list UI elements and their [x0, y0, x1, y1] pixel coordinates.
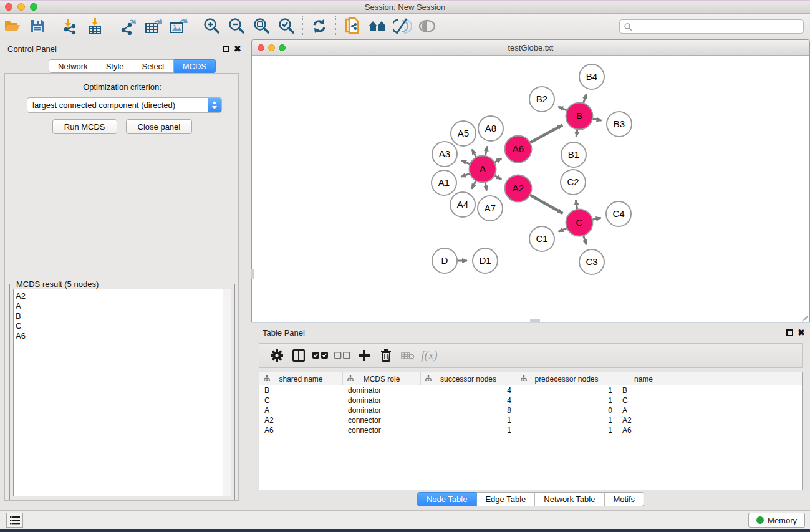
graph-edge[interactable] — [576, 129, 577, 137]
criterion-select[interactable]: largest connected component (directed) — [27, 97, 222, 113]
result-list-item[interactable]: A2 — [16, 291, 231, 301]
graph-node-A8[interactable]: A8 — [478, 116, 503, 141]
graph-node-A[interactable]: A — [470, 156, 496, 183]
zoom-out-icon[interactable] — [224, 16, 249, 37]
graph-edge[interactable] — [530, 125, 562, 143]
search-input[interactable] — [632, 22, 803, 31]
refresh-icon[interactable] — [307, 16, 332, 37]
table-cell[interactable]: 1 — [421, 425, 516, 435]
tab-motifs[interactable]: Motifs — [604, 492, 644, 506]
table-row[interactable]: Bdominator41B — [259, 385, 802, 395]
graph-node-C2[interactable]: C2 — [561, 170, 586, 195]
graph-edge[interactable] — [472, 149, 476, 157]
graph-node-B4[interactable]: B4 — [579, 64, 604, 89]
table-cell[interactable]: 1 — [421, 415, 516, 425]
tab-style[interactable]: Style — [97, 59, 133, 73]
table-row[interactable]: Adominator80A — [259, 405, 802, 415]
table-cell[interactable]: B — [617, 385, 670, 395]
zoom-in-icon[interactable] — [199, 16, 224, 37]
export-table-icon[interactable] — [141, 16, 166, 37]
left-splitter-handle[interactable] — [251, 269, 254, 279]
split-columns-icon[interactable] — [287, 346, 309, 365]
deselect-checkboxes-icon[interactable] — [331, 346, 353, 365]
result-list-item[interactable]: A6 — [16, 331, 231, 341]
graph-edge[interactable] — [530, 195, 563, 214]
result-list-item[interactable]: C — [16, 321, 231, 331]
table-row[interactable]: A6connector11A6 — [259, 425, 802, 435]
table-cell[interactable]: C — [617, 395, 670, 405]
eye-icon[interactable] — [415, 16, 440, 37]
table-cell[interactable]: A6 — [259, 425, 343, 435]
graph-edge[interactable] — [494, 175, 501, 179]
table-cell[interactable]: 8 — [421, 405, 516, 415]
export-network-icon[interactable] — [116, 16, 141, 37]
graph-node-A4[interactable]: A4 — [450, 192, 475, 217]
graph-edge[interactable] — [592, 218, 601, 220]
graph-edge[interactable] — [461, 161, 470, 165]
tab-node-table[interactable]: Node Table — [417, 492, 477, 506]
table-cell[interactable]: 1 — [516, 385, 617, 395]
graph-edge[interactable] — [471, 181, 476, 189]
graph-edge[interactable] — [461, 173, 470, 177]
graph-node-C1[interactable]: C1 — [529, 226, 554, 251]
graph-edge[interactable] — [485, 182, 487, 190]
tab-edge-table[interactable]: Edge Table — [476, 492, 535, 506]
column-header-MCDS-role[interactable]: MCDS role — [343, 372, 421, 385]
table-cell[interactable]: 1 — [516, 425, 617, 435]
table-cell[interactable]: connector — [343, 425, 421, 435]
mcds-result-list[interactable]: A2ABCA6 — [13, 289, 231, 496]
table-row[interactable]: Cdominator41C — [259, 395, 802, 405]
table-row[interactable]: A2connector11A2 — [259, 415, 802, 425]
table-cell[interactable]: C — [259, 395, 343, 405]
graph-node-A3[interactable]: A3 — [432, 142, 457, 167]
control-panel-close-icon[interactable]: ✖ — [234, 46, 241, 52]
graph-edge[interactable] — [558, 107, 567, 110]
bottom-splitter-handle[interactable] — [530, 319, 540, 322]
open-file-icon[interactable] — [0, 16, 25, 37]
import-table-icon[interactable] — [83, 16, 108, 37]
graph-node-A7[interactable]: A7 — [478, 196, 503, 221]
table-cell[interactable]: 0 — [516, 405, 617, 415]
import-network-icon[interactable] — [58, 16, 83, 37]
table-cell[interactable]: dominator — [343, 385, 421, 395]
graph-node-B[interactable]: B — [566, 103, 593, 130]
result-list-item[interactable]: A — [16, 301, 231, 311]
tab-network[interactable]: Network — [49, 59, 97, 73]
result-list-item[interactable]: B — [16, 311, 231, 321]
table-cell[interactable]: A6 — [617, 425, 670, 435]
graph-node-C4[interactable]: C4 — [606, 201, 631, 226]
table-cell[interactable]: A2 — [617, 415, 670, 425]
table-panel-close-icon[interactable]: ✖ — [798, 329, 805, 336]
graph-edge[interactable] — [494, 158, 502, 163]
graph-edge[interactable] — [576, 200, 577, 210]
clone-network-icon[interactable] — [340, 16, 365, 37]
task-history-button[interactable] — [6, 513, 23, 528]
table-cell[interactable]: A — [617, 405, 670, 415]
table-cell[interactable]: A — [259, 405, 343, 415]
column-header-successor-nodes[interactable]: successor nodes — [421, 372, 516, 385]
export-image-icon[interactable] — [166, 16, 191, 37]
table-cell[interactable]: 1 — [516, 415, 617, 425]
search-field[interactable] — [619, 19, 804, 34]
column-header-shared-name[interactable]: shared name — [259, 372, 343, 385]
control-panel-float-icon[interactable] — [223, 46, 229, 52]
zoom-fit-icon[interactable] — [249, 16, 274, 37]
add-column-icon[interactable] — [353, 346, 375, 365]
network-window-titlebar[interactable]: testGlobe.txt — [252, 40, 809, 56]
hide-glasses-icon[interactable] — [390, 16, 415, 37]
graph-edge[interactable] — [584, 94, 587, 104]
graph-node-C3[interactable]: C3 — [579, 249, 604, 274]
graph-node-A5[interactable]: A5 — [451, 121, 476, 146]
node-table[interactable]: shared nameMCDS rolesuccessor nodesprede… — [259, 372, 803, 490]
zoom-selected-icon[interactable] — [274, 16, 299, 37]
home-icon[interactable] — [365, 16, 390, 37]
column-header-predecessor-nodes[interactable]: predecessor nodes — [516, 372, 617, 385]
column-header-name[interactable]: name — [617, 372, 670, 385]
table-cell[interactable]: 1 — [516, 395, 617, 405]
function-builder-icon[interactable]: f(x) — [418, 346, 440, 365]
table-cell[interactable]: dominator — [343, 395, 421, 405]
table-cell[interactable]: connector — [343, 415, 421, 425]
graph-node-B1[interactable]: B1 — [561, 142, 586, 167]
graph-edge[interactable] — [559, 228, 567, 232]
network-canvas[interactable]: B4B2BB3A5A8A6B1A3AA1C2A2A4A7CC4C1C3DD1 — [253, 56, 809, 322]
